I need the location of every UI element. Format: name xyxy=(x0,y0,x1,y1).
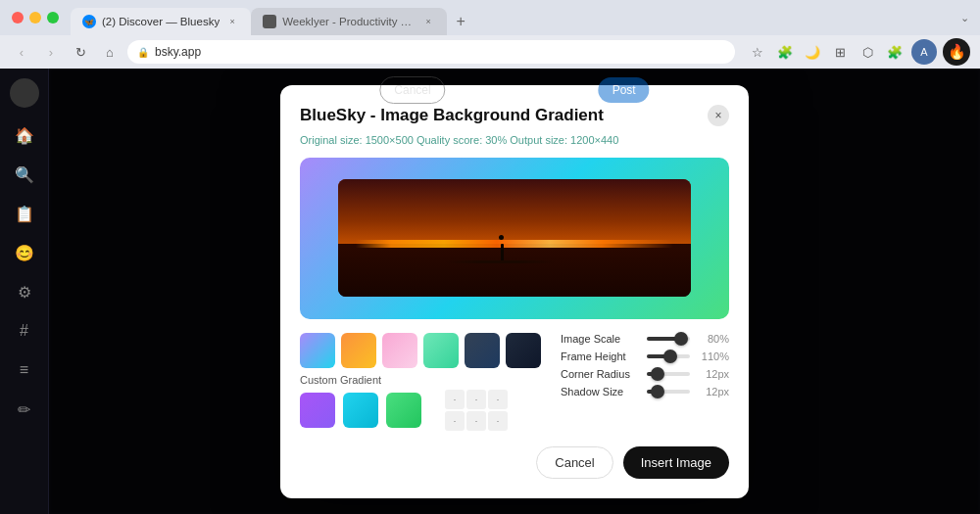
custom-gradient-label: Custom Gradient xyxy=(300,374,541,386)
modal-footer: Cancel Insert Image xyxy=(300,446,729,479)
main-content: Cancel Post BlueSky - Image Background G… xyxy=(49,69,980,514)
back-button[interactable]: ‹ xyxy=(10,40,33,64)
swatch-dark-blue[interactable] xyxy=(465,333,500,368)
extension-moon-button[interactable]: 🌙 xyxy=(802,41,823,63)
swatch-pink[interactable] xyxy=(382,333,417,368)
swatch-dark-navy[interactable] xyxy=(506,333,541,368)
shadow-size-slider[interactable] xyxy=(647,390,690,394)
app-area: 🏠 🔍 📋 😊 ⚙ # ≡ ✏ Cancel Post BlueSky - Im… xyxy=(0,69,980,514)
custom-swatch-green[interactable] xyxy=(386,393,421,428)
align-bottom-right-button[interactable]: · xyxy=(488,411,508,431)
swatch-orange-yellow[interactable] xyxy=(341,333,376,368)
shadow-size-row: Shadow Size 12px xyxy=(561,386,729,397)
forward-button[interactable]: › xyxy=(39,40,63,64)
tab-overflow-button[interactable]: ⌄ xyxy=(956,10,972,25)
modal-subtitle: Original size: 1500×500 Quality score: 3… xyxy=(300,134,729,146)
tab-bar: 🦋 (2) Discover — Bluesky × Weeklyer - Pr… xyxy=(0,0,980,35)
cancel-button[interactable]: Cancel xyxy=(536,446,612,479)
preview-image xyxy=(338,179,691,297)
swatch-purple-cyan[interactable] xyxy=(300,333,335,368)
lock-icon: 🔒 xyxy=(137,47,149,58)
tab-bsky-close[interactable]: × xyxy=(225,15,239,28)
image-scale-value: 80% xyxy=(698,333,729,345)
shadow-size-value: 12px xyxy=(698,386,729,397)
tab-bsky-title: (2) Discover — Bluesky xyxy=(102,16,220,27)
sidebar-item-settings[interactable]: ⚙ xyxy=(7,274,42,309)
sidebar-item-search[interactable]: 🔍 xyxy=(7,157,42,192)
tab-weeklyer[interactable]: Weeklyer - Productivity Tab × xyxy=(251,8,447,35)
gradient-modal: BlueSky - Image Background Gradient × Or… xyxy=(280,85,749,498)
preview-pier xyxy=(444,260,557,263)
tab-bsky[interactable]: 🦋 (2) Discover — Bluesky × xyxy=(71,8,251,35)
new-tab-button[interactable]: + xyxy=(447,8,474,35)
bsky-favicon-icon: 🦋 xyxy=(82,15,96,28)
sidebar-item-profile[interactable]: 😊 xyxy=(7,235,42,270)
swatches-panel: Custom Gradient · · · · xyxy=(300,333,541,431)
controls-section: Custom Gradient · · · · xyxy=(300,333,729,431)
minimize-window-button[interactable] xyxy=(29,12,41,23)
background-post-button[interactable]: Post xyxy=(599,77,650,103)
extension-puzzle-button[interactable]: 🧩 xyxy=(774,41,796,63)
insert-image-button[interactable]: Insert Image xyxy=(623,446,729,479)
image-scale-label: Image Scale xyxy=(561,333,639,345)
extensions-button[interactable]: 🧩 xyxy=(884,41,906,63)
browser-chrome: 🦋 (2) Discover — Bluesky × Weeklyer - Pr… xyxy=(0,0,980,69)
corner-radius-value: 12px xyxy=(698,368,729,380)
sidebar-item-home[interactable]: 🏠 xyxy=(7,117,42,153)
weeklyer-favicon-icon xyxy=(263,15,276,28)
browser-actions: ☆ 🧩 🌙 ⊞ ⬡ 🧩 A 🔥 xyxy=(747,38,970,66)
alignment-grid: · · · · · · xyxy=(445,390,508,431)
align-bottom-left-button[interactable]: · xyxy=(445,411,465,431)
address-bar-row: ‹ › ↻ ⌂ 🔒 bsky.app ☆ 🧩 🌙 ⊞ ⬡ 🧩 A 🔥 xyxy=(0,35,980,69)
bookmark-button[interactable]: ☆ xyxy=(747,41,768,63)
frame-height-label: Frame Height xyxy=(561,350,639,362)
preview-water xyxy=(338,244,691,297)
custom-swatch-cyan[interactable] xyxy=(343,393,378,428)
profile-button[interactable]: A xyxy=(911,39,937,65)
corner-radius-row: Corner Radius 12px xyxy=(561,368,729,380)
align-top-center-button[interactable]: · xyxy=(466,390,486,409)
swatch-teal-green[interactable] xyxy=(423,333,459,368)
corner-radius-label: Corner Radius xyxy=(561,368,639,380)
user-avatar[interactable] xyxy=(10,78,39,108)
modal-overlay: BlueSky - Image Background Gradient × Or… xyxy=(49,69,980,514)
corner-radius-slider[interactable] xyxy=(647,372,690,376)
custom-swatch-purple[interactable] xyxy=(300,393,335,428)
fire-extension-button[interactable]: 🔥 xyxy=(943,38,970,66)
shadow-size-label: Shadow Size xyxy=(561,386,639,397)
image-scale-row: Image Scale 80% xyxy=(561,333,729,345)
extension-grid-button[interactable]: ⊞ xyxy=(829,41,851,63)
tab-weeklyer-title: Weeklyer - Productivity Tab xyxy=(282,16,416,27)
align-bottom-center-button[interactable]: · xyxy=(466,411,486,431)
home-button[interactable]: ⌂ xyxy=(98,40,122,64)
align-top-left-button[interactable]: · xyxy=(445,390,465,409)
frame-height-slider[interactable] xyxy=(647,354,690,358)
sidebar-item-new-post[interactable]: ✏ xyxy=(7,392,42,427)
maximize-window-button[interactable] xyxy=(47,12,59,23)
tabs-container: 🦋 (2) Discover — Bluesky × Weeklyer - Pr… xyxy=(71,0,956,35)
sidebar-item-notifications[interactable]: 📋 xyxy=(7,196,42,231)
image-scale-slider[interactable] xyxy=(647,337,690,341)
background-cancel-button[interactable]: Cancel xyxy=(379,76,445,104)
custom-swatches-row: · · · · · · xyxy=(300,390,541,431)
address-text: bsky.app xyxy=(155,45,201,59)
slider-controls: Image Scale 80% Frame Height xyxy=(561,333,729,431)
extension-share-button[interactable]: ⬡ xyxy=(857,41,878,63)
frame-height-value: 110% xyxy=(698,350,729,362)
preview-city-lights xyxy=(338,240,691,248)
preview-area xyxy=(300,158,729,319)
modal-close-button[interactable]: × xyxy=(708,105,729,126)
reload-button[interactable]: ↻ xyxy=(69,40,92,64)
align-top-right-button[interactable]: · xyxy=(488,390,508,409)
background-composer-bar: Cancel Post xyxy=(364,69,664,112)
tab-weeklyer-close[interactable]: × xyxy=(421,15,435,28)
address-field[interactable]: 🔒 bsky.app xyxy=(127,40,735,64)
sidebar: 🏠 🔍 📋 😊 ⚙ # ≡ ✏ xyxy=(0,69,49,514)
close-window-button[interactable] xyxy=(12,12,24,23)
sidebar-item-feeds[interactable]: # xyxy=(7,313,42,349)
traffic-lights xyxy=(12,12,59,23)
frame-height-row: Frame Height 110% xyxy=(561,350,729,362)
preset-swatches-row1 xyxy=(300,333,541,368)
sidebar-item-more[interactable]: ≡ xyxy=(7,352,42,388)
